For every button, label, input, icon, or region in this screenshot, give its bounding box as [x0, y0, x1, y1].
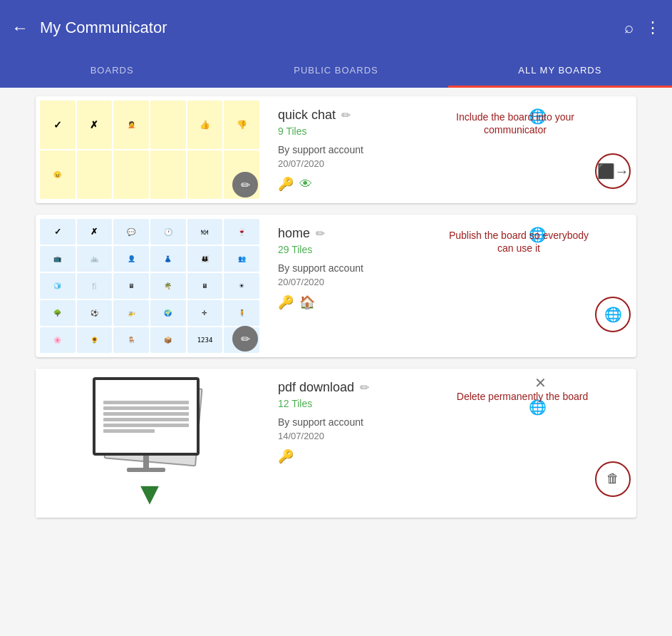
- globe-icon-home: 🌐: [529, 226, 547, 243]
- main-content: ✓ ✗ 🤦 👍 👎 😠 ✏ 🌐 quick chat: [0, 88, 672, 633]
- thumb-cell: 🍷: [224, 219, 259, 245]
- close-button-pdf[interactable]: ✕: [534, 374, 547, 391]
- tab-bar: BOARDS PUBLIC BOARDS ALL MY BOARDS: [0, 55, 672, 88]
- board-author: By support account: [278, 416, 578, 428]
- edit-button-quick-chat[interactable]: ✏: [232, 172, 258, 198]
- thumb-cell: 🌴: [150, 273, 186, 299]
- monitor-base: [127, 468, 165, 472]
- publish-board-button[interactable]: 🌐: [595, 297, 631, 332]
- edit-button-home[interactable]: ✏: [232, 326, 258, 352]
- thumb-grid-home: ✓ ✗ 💬 🕐 🍽 🍷 📺 🚲 👤 👗 👨‍👩‍👦 👥 🧊 🍴 🖥 🌴 🖥: [40, 219, 259, 353]
- thumb-cell: 📺: [40, 246, 76, 272]
- thumb-cell: 🍴: [77, 273, 113, 299]
- key-icon: 🔑: [278, 448, 294, 464]
- board-thumb-home: ✓ ✗ 💬 🕐 🍽 🍷 📺 🚲 👤 👗 👨‍👩‍👦 👥 🧊 🍴 🖥 🌴 🖥: [36, 215, 264, 357]
- thumb-cell: 🌳: [40, 300, 76, 326]
- thumb-cell: 🪑: [113, 327, 149, 353]
- board-card-home: ✓ ✗ 💬 🕐 🍽 🍷 📺 🚲 👤 👗 👨‍👩‍👦 👥 🧊 🍴 🖥 🌴 🖥: [36, 215, 636, 357]
- thumb-cell: [187, 150, 223, 199]
- board-date: 20/07/2020: [278, 158, 578, 169]
- board-edit-icon[interactable]: ✏: [360, 381, 369, 394]
- board-author: By support account: [278, 262, 578, 274]
- import-icon: ⬛→: [597, 163, 629, 180]
- search-icon[interactable]: ⌕: [624, 19, 634, 37]
- thumb-cell: 📦: [150, 327, 186, 353]
- menu-icon[interactable]: ⋮: [645, 19, 661, 37]
- thumb-cell: ✛: [187, 300, 223, 326]
- app-title: My Communicator: [40, 19, 613, 37]
- home-icon: 🏠: [299, 294, 315, 310]
- board-author: By support account: [278, 144, 578, 155]
- thumb-grid: ✓ ✗ 🤦 👍 👎 😠: [40, 101, 259, 199]
- thumb-cell: ✗: [77, 219, 113, 245]
- thumb-cell: [113, 150, 149, 199]
- thumb-cell: ✗: [77, 101, 113, 149]
- board-info-home: 🌐 home ✏ 29 Tiles By support account 20/…: [264, 215, 589, 357]
- thumb-cell: [150, 150, 186, 199]
- board-edit-icon[interactable]: ✏: [341, 108, 351, 122]
- thumb-cell: 🚁: [113, 300, 149, 326]
- thumb-cell: 👗: [150, 246, 186, 272]
- board-name: quick chat: [278, 108, 336, 123]
- tab-all-my-boards[interactable]: ALL MY BOARDS: [448, 55, 672, 86]
- monitor-stand: [143, 456, 149, 468]
- thumb-cell: 🖥: [113, 273, 149, 299]
- board-badges: 🔑 🏠: [278, 294, 578, 310]
- thumb-cell: 🌻: [77, 327, 113, 353]
- tab-boards[interactable]: BOARDS: [0, 55, 224, 86]
- globe-publish-icon: 🌐: [604, 306, 622, 323]
- thumb-cell: 🌍: [150, 300, 186, 326]
- thumb-cell: 🖥: [187, 273, 223, 299]
- globe-icon-quick-chat: 🌐: [529, 108, 547, 125]
- board-actions-pdf: Delete permanently the board 🗑: [589, 369, 636, 518]
- thumb-cell: 👨‍👩‍👦: [187, 246, 223, 272]
- thumb-cell: ✓: [40, 219, 76, 245]
- thumb-cell: 🍽: [187, 219, 223, 245]
- board-date: 20/07/2020: [278, 277, 578, 287]
- pdf-illustration: ▼: [78, 377, 221, 509]
- board-actions-home: Publish the board so everybody can use i…: [589, 215, 636, 357]
- trash-icon: 🗑: [606, 471, 619, 486]
- include-board-button[interactable]: ⬛→: [595, 153, 631, 189]
- board-card-quick-chat: ✓ ✗ 🤦 👍 👎 😠 ✏ 🌐 quick chat: [36, 96, 636, 203]
- header-actions: ⌕ ⋮: [624, 19, 661, 37]
- thumb-cell: 🧊: [40, 273, 76, 299]
- delete-board-button[interactable]: 🗑: [595, 461, 631, 497]
- board-info-pdf: ✕ 🌐 pdf download ✏ 12 Tiles By support a…: [264, 369, 589, 518]
- board-name: pdf download: [278, 380, 354, 395]
- board-info-quick-chat: 🌐 quick chat ✏ 9 Tiles By support accoun…: [264, 96, 589, 203]
- thumb-cell: ☀: [224, 273, 259, 299]
- monitor-wrapper: [78, 377, 221, 481]
- board-card-pdf-download: ▼ ✕ 🌐 pdf download ✏ 12 Tiles By support…: [36, 369, 636, 518]
- thumb-cell: [77, 150, 113, 199]
- thumb-cell: 💬: [113, 219, 149, 245]
- board-tiles-count: 29 Tiles: [278, 244, 578, 255]
- thumb-cell: 1234: [187, 327, 223, 353]
- thumb-cell: 🚲: [77, 246, 113, 272]
- board-name: home: [278, 226, 310, 241]
- tab-public-boards[interactable]: PUBLIC BOARDS: [224, 55, 448, 86]
- back-button[interactable]: ←: [11, 18, 29, 38]
- board-date: 14/07/2020: [278, 431, 578, 441]
- key-icon: 🔑: [278, 176, 294, 192]
- download-arrow-icon: ▼: [134, 478, 165, 509]
- key-icon: 🔑: [278, 294, 294, 310]
- thumb-cell: 🕐: [150, 219, 186, 245]
- thumb-cell: ✓: [40, 101, 76, 149]
- board-name-row: pdf download ✏: [278, 380, 578, 395]
- board-tiles-count: 9 Tiles: [278, 125, 578, 137]
- thumb-cell: 🌸: [40, 327, 76, 353]
- app-header: ← My Communicator ⌕ ⋮: [0, 0, 672, 55]
- board-actions-quick-chat: Include the board into your communicator…: [589, 96, 636, 203]
- thumb-cell: 👍: [187, 101, 223, 149]
- thumb-cell: 👤: [113, 246, 149, 272]
- thumb-cell: 👎: [224, 101, 259, 149]
- thumb-cell: [150, 101, 186, 149]
- board-badges: 🔑: [278, 448, 578, 464]
- board-edit-icon[interactable]: ✏: [316, 227, 325, 240]
- thumb-cell: 🧍: [224, 300, 259, 326]
- monitor-screen: [93, 377, 200, 456]
- thumb-cell: 😠: [40, 150, 76, 199]
- board-thumb-quick-chat: ✓ ✗ 🤦 👍 👎 😠 ✏: [36, 96, 264, 203]
- thumb-cell: 👥: [224, 246, 259, 272]
